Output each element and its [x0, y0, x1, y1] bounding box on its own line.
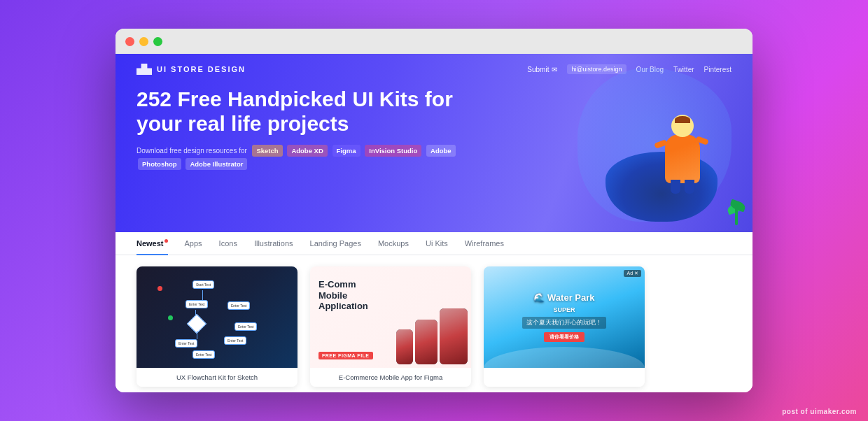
ad-chinese-text: 这个夏天我们开心的玩吧！ — [522, 317, 606, 329]
phone-screen-large — [440, 308, 468, 364]
card-flowchart[interactable]: Start Text Enter Text Enter Text Enter T… — [136, 266, 298, 387]
logo-icon — [136, 64, 152, 75]
person-illustration — [665, 134, 700, 183]
phone-small — [396, 329, 413, 364]
person-leg-left — [671, 180, 680, 194]
hero-body: 252 Free Handpicked UI Kits for your rea… — [136, 87, 732, 173]
plant-illustration — [726, 190, 747, 225]
phone-screen-medium — [415, 320, 438, 364]
card-ecommerce-label: E-Commerce Mobile App for Figma — [310, 368, 471, 387]
ad-wave — [484, 347, 645, 368]
tab-icons[interactable]: Icons — [219, 232, 237, 255]
ad-badge: Ad ✕ — [624, 270, 641, 277]
tag-figma[interactable]: Figma — [332, 145, 360, 157]
content-section: Newest Apps Icons Illustrations Landing … — [115, 232, 752, 392]
watermark-brand: uimaker — [810, 408, 839, 415]
fc-dot-red — [158, 286, 162, 291]
card-ad-image: Ad ✕ 🌊 Water ParkSUPER 这个夏天我们开心的玩吧！ 请你看看… — [484, 266, 645, 368]
tag-illustrator[interactable]: Adobe Illustrator — [186, 158, 247, 170]
ad-waterpark-title: 🌊 Water ParkSUPER — [533, 292, 594, 314]
sub-label: Download free design resources for — [136, 147, 247, 155]
ecom-phones — [396, 308, 468, 364]
ecom-title: E-CommMobileApplication — [318, 279, 368, 312]
tab-wireframes[interactable]: Wireframes — [465, 232, 504, 255]
hero-subtext: Download free design resources for Sketc… — [136, 144, 458, 171]
site-logo[interactable]: UI STORE DESIGN — [136, 64, 246, 75]
tab-apps[interactable]: Apps — [185, 232, 202, 255]
tag-sketch[interactable]: Sketch — [252, 145, 282, 157]
card-flowchart-label: UX Flowchart Kit for Sketch — [136, 368, 298, 387]
tag-invision[interactable]: InVision Studio — [365, 145, 421, 157]
ad-price-button[interactable]: 请你看看价格 — [544, 332, 584, 342]
person-leg-right — [685, 180, 694, 194]
site-content: UI STORE DESIGN Submit ✉ hi@uistore.desi… — [115, 54, 752, 392]
fc-node-1: Start Text — [192, 280, 214, 289]
ad-content: Ad ✕ 🌊 Water ParkSUPER 这个夏天我们开心的玩吧！ 请你看看… — [484, 266, 645, 368]
card-ecommerce-image: E-CommMobileApplication FREE FIGMA FILE — [310, 266, 471, 368]
hero-section: UI STORE DESIGN Submit ✉ hi@uistore.desi… — [115, 54, 752, 232]
tab-newest[interactable]: Newest — [136, 232, 168, 255]
card-ecommerce[interactable]: E-CommMobileApplication FREE FIGMA FILE … — [310, 266, 471, 387]
hero-text: 252 Free Handpicked UI Kits for your rea… — [136, 87, 458, 173]
logo-text: UI STORE DESIGN — [157, 65, 246, 73]
phone-screen-small — [396, 329, 413, 364]
fc-line-1 — [202, 290, 203, 301]
hero-illustration — [536, 54, 752, 232]
watermark-prefix: post of — [782, 408, 810, 415]
tab-mockups[interactable]: Mockups — [378, 232, 409, 255]
newest-dot — [164, 239, 168, 243]
fc-node-4: Enter Text — [227, 301, 250, 310]
close-button[interactable] — [125, 37, 134, 46]
tag-photoshop[interactable]: Photoshop — [138, 158, 181, 170]
hero-heading-text: 252 Free Handpicked UI Kits for your rea… — [136, 87, 453, 135]
cards-grid: Start Text Enter Text Enter Text Enter T… — [115, 255, 752, 392]
fc-node-7: Enter Text — [192, 350, 215, 359]
watermark-suffix: .com — [839, 408, 857, 415]
browser-chrome — [115, 29, 752, 54]
fc-node-6: Enter Text — [224, 336, 246, 345]
browser-window: UI STORE DESIGN Submit ✉ hi@uistore.desi… — [115, 29, 752, 392]
tab-ui-kits[interactable]: Ui Kits — [426, 232, 448, 255]
bean-bag-chair — [606, 152, 718, 222]
tabs-bar: Newest Apps Icons Illustrations Landing … — [115, 232, 752, 255]
person-body — [665, 134, 700, 183]
tag-adobe-photoshop[interactable]: Adobe — [426, 145, 456, 157]
fc-node-3: Enter Text — [175, 339, 197, 348]
fc-line-3 — [197, 331, 197, 339]
card-ad-label — [484, 368, 645, 387]
hero-heading: 252 Free Handpicked UI Kits for your rea… — [136, 87, 458, 136]
maximize-button[interactable] — [153, 37, 162, 46]
minimize-button[interactable] — [139, 37, 148, 46]
card-ad: Ad ✕ 🌊 Water ParkSUPER 这个夏天我们开心的玩吧！ 请你看看… — [484, 266, 645, 387]
watermark: post of uimaker.com — [782, 408, 857, 415]
ecom-badge: FREE FIGMA FILE — [318, 352, 373, 359]
tab-illustrations[interactable]: Illustrations — [254, 232, 293, 255]
phone-medium — [415, 320, 438, 364]
plant-stem — [735, 204, 738, 225]
tag-adobe-xd[interactable]: Adobe XD — [287, 145, 327, 157]
fc-node-2: Enter Text — [186, 300, 208, 308]
person-head — [671, 115, 694, 137]
fc-node-5: Enter Text — [234, 322, 257, 331]
card-flowchart-image: Start Text Enter Text Enter Text Enter T… — [136, 266, 298, 368]
tab-landing-pages[interactable]: Landing Pages — [310, 232, 361, 255]
fc-dot-green — [168, 315, 173, 320]
phone-large — [440, 308, 468, 364]
